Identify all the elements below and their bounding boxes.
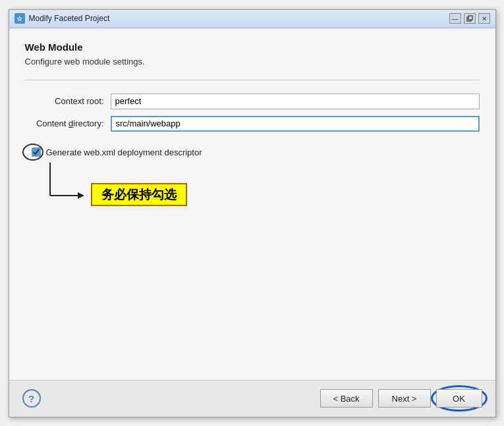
annotation-section: 务必保持勾选 [45,163,480,209]
ok-button-wrapper: OK [436,389,482,408]
minimize-button[interactable]: — [449,13,461,24]
window-controls: — ✕ [449,13,490,24]
checkbox-label: Generate web.xml deployment descriptor [46,147,202,157]
checkbox-container: Generate web.xml deployment descriptor [32,147,202,157]
annotation-label: 务必保持勾选 [91,186,187,203]
svg-marker-4 [78,192,84,199]
divider [25,80,480,80]
content-dir-input[interactable]: src/main/webapp [111,116,480,132]
section-desc: Configure web module settings. [25,57,480,67]
back-button[interactable]: < Back [320,389,373,408]
restore-button[interactable] [464,13,476,24]
content-dir-label: Content directory: [25,119,111,128]
content-area: Web Module Configure web module settings… [9,28,495,380]
ok-button[interactable]: OK [436,389,482,408]
spacer [25,209,480,369]
checkbox-row: Generate web.xml deployment descriptor [32,147,480,157]
context-root-label: Context root: [25,96,111,106]
titlebar: ☆ Modify Faceted Project — ✕ [9,10,495,28]
help-icon: ? [28,393,34,404]
svg-rect-1 [468,16,472,20]
generate-webxml-checkbox[interactable] [32,147,41,157]
context-root-input[interactable]: perfect [111,93,480,109]
help-button[interactable]: ? [22,389,41,408]
context-root-row: Context root: perfect [25,93,480,109]
main-window: ☆ Modify Faceted Project — ✕ Web Module … [9,9,496,417]
window-icon: ☆ [14,13,25,24]
close-button[interactable]: ✕ [478,13,490,24]
window-title: Modify Faceted Project [29,14,449,23]
section-title: Web Module [25,41,480,53]
content-dir-row: Content directory: src/main/webapp [25,116,480,132]
footer: ? < Back Next > OK [9,380,495,417]
annotation-text: 务必保持勾选 [91,183,187,206]
next-button[interactable]: Next > [378,389,431,408]
footer-buttons: < Back Next > OK [320,389,482,408]
